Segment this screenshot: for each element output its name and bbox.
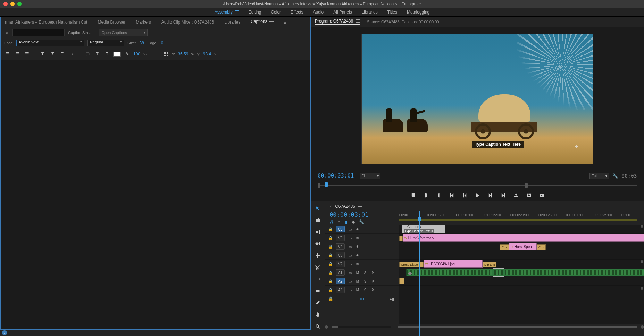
mute-button[interactable]: M: [355, 279, 360, 283]
track-header-v3[interactable]: 🔒 V3 ▭ 👁: [325, 251, 399, 260]
ripple-edit-tool[interactable]: [314, 229, 321, 235]
program-scrubber[interactable]: [311, 181, 644, 190]
lock-icon[interactable]: 🔒: [328, 288, 333, 292]
workspace-metalogging[interactable]: Metalogging: [407, 10, 429, 15]
track-header-a2[interactable]: 🔒 A2 ▭ M S 🎙: [325, 277, 399, 286]
tab-audio-clip-mixer[interactable]: Audio Clip Mixer: O67A2486: [161, 20, 214, 25]
clip-transition-cro2[interactable]: Cro: [537, 244, 546, 250]
tab-captions[interactable]: Captions: [251, 19, 273, 25]
x-value[interactable]: 36.59: [178, 52, 188, 57]
lock-icon[interactable]: 🔒: [328, 296, 333, 301]
pen-tool[interactable]: [314, 299, 321, 306]
close-sequence-button[interactable]: ×: [329, 204, 332, 208]
go-to-out-button[interactable]: [501, 193, 506, 198]
linked-selection-icon[interactable]: ∩: [338, 219, 341, 224]
lock-icon[interactable]: 🔒: [328, 245, 333, 249]
hand-tool[interactable]: [314, 311, 321, 318]
panel-menu-icon[interactable]: [358, 205, 362, 208]
program-monitor[interactable]: Type Caption Text Here ✥: [311, 27, 644, 171]
overflow-tabs-button[interactable]: »: [284, 20, 286, 25]
tab-markers[interactable]: Markers: [136, 20, 151, 25]
add-marker-icon[interactable]: ▮: [345, 219, 348, 224]
panel-menu-icon[interactable]: [356, 19, 360, 23]
y-value[interactable]: 93.4: [203, 52, 211, 57]
tab-media-browser[interactable]: Media Browser: [98, 20, 125, 25]
sync-lock-icon[interactable]: ▭: [348, 227, 352, 231]
track-header-a1[interactable]: 🔒 A1 ▭ M S 🎙: [325, 268, 399, 277]
lock-icon[interactable]: 🔒: [328, 279, 333, 283]
record-icon[interactable]: 🎙: [370, 288, 375, 292]
workspace-titles[interactable]: Titles: [387, 10, 397, 15]
close-window-button[interactable]: [3, 2, 8, 6]
track-target-v4[interactable]: V4: [336, 243, 345, 250]
rate-stretch-tool[interactable]: [314, 252, 321, 259]
sync-lock-icon[interactable]: ▭: [348, 253, 352, 257]
timeline-tracks-area[interactable]: Captions Type Caption Text H fx Hurst Wa…: [399, 225, 644, 324]
go-to-next-icon[interactable]: ▸▮: [390, 296, 394, 301]
time-ruler[interactable]: 00:00 00:00:05:00 00:00:10:00 00:00:15:0…: [399, 211, 644, 225]
rolling-edit-tool[interactable]: [314, 240, 321, 247]
clip-hurst-watermark[interactable]: fx Hurst Watermark: [403, 234, 644, 242]
track-target-a3[interactable]: A3: [336, 287, 345, 293]
eye-icon[interactable]: 👁: [355, 236, 360, 240]
vertical-scrollbar[interactable]: [641, 225, 643, 314]
clip-captions[interactable]: Captions Type Caption Text H: [402, 225, 445, 233]
edge-value[interactable]: 0: [161, 41, 164, 45]
workspace-editing[interactable]: Editing: [249, 10, 261, 15]
mark-out-button[interactable]: [436, 193, 442, 198]
clip-audio-transition[interactable]: [399, 278, 404, 284]
clip-transition-cro1[interactable]: Cro: [500, 244, 509, 250]
opacity-value[interactable]: 100: [133, 52, 140, 57]
track-target-v2[interactable]: V2: [336, 261, 345, 267]
eye-icon[interactable]: 👁: [355, 227, 360, 231]
sync-lock-icon[interactable]: ▭: [348, 271, 352, 275]
outline-icon[interactable]: Ｔ: [103, 51, 110, 58]
clip-audio-a1-2[interactable]: [504, 269, 644, 276]
bg-toggle-icon[interactable]: ▢: [84, 51, 91, 58]
size-value[interactable]: 38: [140, 41, 144, 45]
font-style-select[interactable]: Regular: [87, 40, 124, 46]
lock-icon[interactable]: 🔒: [328, 271, 333, 275]
italic-icon[interactable]: T: [49, 51, 56, 58]
sync-lock-icon[interactable]: ▭: [348, 262, 352, 266]
workspace-effects[interactable]: Effects: [291, 10, 303, 15]
info-icon[interactable]: i: [2, 330, 7, 335]
align-left-icon[interactable]: ☰: [4, 51, 11, 58]
sync-lock-icon[interactable]: ▭: [348, 245, 352, 249]
clip-hurst-speaker[interactable]: fx Hurst Spea: [509, 243, 537, 250]
track-target-a1[interactable]: A1: [336, 269, 345, 276]
zoom-fit-select[interactable]: Fit: [360, 173, 380, 179]
slip-tool[interactable]: [314, 276, 321, 283]
sync-lock-icon[interactable]: ▭: [348, 236, 352, 240]
clip-audio-a1-sel[interactable]: [493, 269, 504, 276]
sequence-tab[interactable]: O67A2486: [335, 204, 362, 209]
go-to-in-button[interactable]: [449, 193, 454, 198]
mute-button[interactable]: M: [355, 288, 360, 292]
solo-button[interactable]: S: [363, 279, 368, 283]
record-icon[interactable]: 🎙: [370, 271, 375, 275]
clip-dsc0049[interactable]: fx _DSC0049-1.jpg: [424, 260, 483, 268]
step-forward-button[interactable]: [488, 193, 493, 198]
workspace-assembly[interactable]: Assembly: [215, 10, 239, 15]
workspace-color[interactable]: Color: [271, 10, 281, 15]
snap-icon[interactable]: ⁂: [329, 219, 334, 224]
play-button[interactable]: [475, 193, 480, 198]
music-note-icon[interactable]: ♪: [68, 51, 75, 58]
clip-cross-dissolve[interactable]: Cross Dissol: [399, 262, 424, 267]
out-point-handle[interactable]: [525, 183, 528, 188]
track-header-a3[interactable]: 🔒 A3 ▭ M S 🎙: [325, 286, 399, 294]
bold-icon[interactable]: T: [39, 51, 46, 58]
eye-icon[interactable]: 👁: [355, 253, 360, 257]
resolution-select[interactable]: Full: [589, 173, 609, 179]
align-right-icon[interactable]: ☰: [24, 51, 31, 58]
mute-button[interactable]: M: [355, 271, 360, 275]
audio-sync-value[interactable]: 0.0: [360, 297, 365, 301]
workspace-audio[interactable]: Audio: [313, 10, 324, 15]
sync-lock-icon[interactable]: ▭: [348, 279, 352, 283]
step-back-button[interactable]: [462, 193, 467, 198]
workspace-libraries[interactable]: Libraries: [362, 10, 378, 15]
tab-project[interactable]: rman Afrikaners – European Nationalism C…: [5, 20, 87, 25]
in-point-handle[interactable]: [318, 183, 320, 188]
slide-tool[interactable]: [314, 287, 321, 294]
sync-lock-icon[interactable]: ▭: [348, 288, 352, 292]
